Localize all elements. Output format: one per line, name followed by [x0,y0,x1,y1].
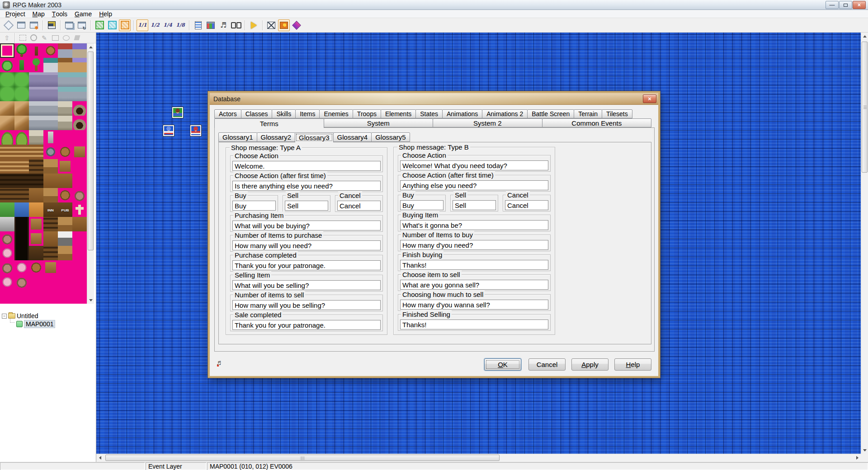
blank-tile[interactable] [43,289,58,304]
fence-tile[interactable] [29,145,43,159]
floor-green-tile[interactable] [0,202,14,217]
new-project-icon[interactable] [3,19,14,31]
shelf-tile[interactable] [43,217,58,231]
castle2-tile[interactable] [58,72,72,87]
apply-button[interactable]: Apply [571,358,609,371]
materials-icon[interactable] [205,19,217,31]
blank-tile[interactable] [58,260,72,275]
blank-tile[interactable] [58,275,72,289]
floor-orange-tile[interactable] [29,202,43,217]
tower-tile[interactable] [43,101,58,116]
tab-animations-2[interactable]: Animations 2 [482,109,528,118]
number-of-items-to-sell-input[interactable] [232,300,381,310]
palm-tile[interactable] [29,58,43,72]
tab-animations[interactable]: Animations [442,109,482,118]
huts-tile[interactable] [58,58,72,72]
tower-tile[interactable] [29,101,43,116]
pink-tile[interactable] [14,260,29,275]
palette-scroll-thumb[interactable] [88,52,94,250]
shelfdark-tile[interactable] [29,174,43,188]
menu-game[interactable]: Game [71,10,95,18]
selling-item-input[interactable] [232,280,381,290]
choose-item-to-sell-input[interactable] [400,280,548,290]
mountain-tile[interactable] [0,101,14,116]
event-npc-red-sprite[interactable] [190,125,201,136]
vertical-scroll-thumb[interactable] [862,42,868,173]
pot-tile[interactable] [0,231,14,246]
castle-tile[interactable] [29,72,43,87]
pillar-tile[interactable] [43,130,58,145]
counter-tile[interactable] [58,174,72,188]
blank-tile[interactable] [14,289,29,304]
fence-tile[interactable] [0,159,14,174]
pot-tile[interactable] [0,260,14,275]
number-of-items-to-buy-input[interactable] [400,240,548,250]
music-icon[interactable] [217,19,229,31]
database-icon[interactable] [192,19,204,31]
door-black-tile[interactable] [14,217,29,231]
menu-project[interactable]: Project [2,10,29,18]
cancel-input[interactable] [505,200,548,210]
cancel-button[interactable]: Cancel [528,358,566,371]
tab-troops[interactable]: Troops [353,109,381,118]
chess-tile[interactable] [58,231,72,246]
blank-tile[interactable] [72,231,87,246]
mountain-tile[interactable] [0,116,14,130]
extras-icon[interactable] [291,19,302,31]
map-tree-root[interactable]: − Untitled [2,312,94,320]
subtab-glossary3[interactable]: Glossary3 [295,132,334,142]
counter-tile[interactable] [72,217,87,231]
counter-tile[interactable] [43,231,58,246]
bigtree-tile[interactable] [0,87,14,101]
cave-tile[interactable] [72,116,87,130]
crate-tile[interactable] [72,145,87,159]
copy-icon[interactable] [63,19,75,31]
finish-buying-input[interactable] [400,260,548,270]
door-black-tile[interactable] [14,231,29,246]
castle2-tile[interactable] [58,87,72,101]
close-button[interactable]: × [853,1,866,9]
crate-tile[interactable] [58,159,72,174]
buy-input[interactable] [400,200,443,210]
buy-input[interactable] [232,201,276,211]
blank-tile[interactable] [72,174,87,188]
sale-completed-input[interactable] [232,320,381,330]
blank-tile[interactable] [0,289,14,304]
save-icon[interactable] [46,19,57,31]
pot-tile[interactable] [72,188,87,202]
project-options-icon[interactable] [28,19,40,31]
tree-tile[interactable] [14,43,29,58]
event-hero-sprite[interactable] [172,107,183,118]
well-tile[interactable] [43,145,58,159]
ruin-tile[interactable] [58,101,72,116]
cancel-input[interactable] [337,201,381,211]
tab-skills[interactable]: Skills [272,109,296,118]
pink-tile[interactable] [0,246,14,260]
cactus-tile[interactable] [14,58,29,72]
sign-inn-tile[interactable]: INN [43,202,58,217]
tab-terrain[interactable]: Terrain [574,109,602,118]
tab-terms[interactable]: Terms [214,118,324,128]
number-of-items-to-purchase-input[interactable] [232,240,381,250]
subtab-glossary5[interactable]: Glossary5 [371,132,410,142]
buying-item-input[interactable] [400,220,548,230]
palette-scrollbar[interactable] [87,43,94,304]
blank-tile[interactable] [72,130,87,145]
castle-tile[interactable] [43,72,58,87]
choose-action-input[interactable] [232,161,381,171]
zoom-1-1-icon[interactable]: 1/1 [137,19,148,31]
help-button[interactable]: Help [614,358,651,371]
blank-tile[interactable] [72,159,87,174]
tab-elements[interactable]: Elements [381,109,416,118]
maximize-button[interactable] [839,1,852,9]
pink-tile[interactable] [0,275,14,289]
fence-tile[interactable] [0,145,14,159]
hill-tile[interactable] [14,130,29,145]
ruin-tile[interactable] [29,130,43,145]
mountain-tile[interactable] [14,101,29,116]
sell-input[interactable] [453,200,496,210]
finished-selling-input[interactable] [400,320,548,329]
palette-scroll-up[interactable] [87,43,94,51]
fullscreen-icon[interactable] [265,19,277,31]
table-tile[interactable] [58,246,72,260]
